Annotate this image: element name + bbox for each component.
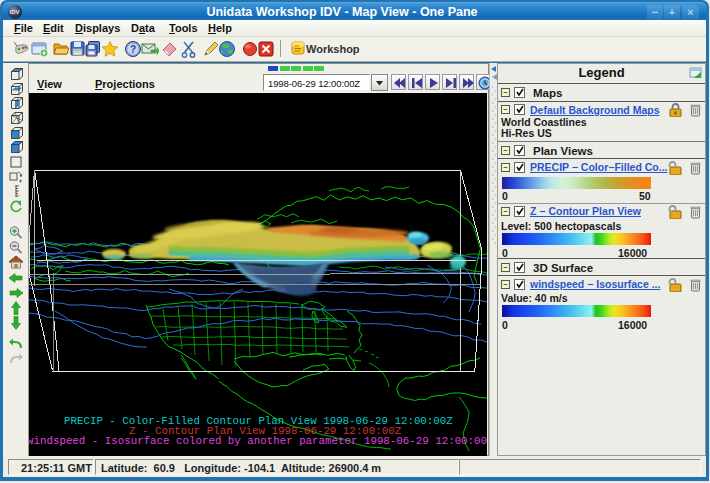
- svg-text:windspeed - Isosurface colored: windspeed - Isosurface colored by anothe…: [29, 435, 487, 447]
- svg-text:?: ?: [130, 44, 136, 55]
